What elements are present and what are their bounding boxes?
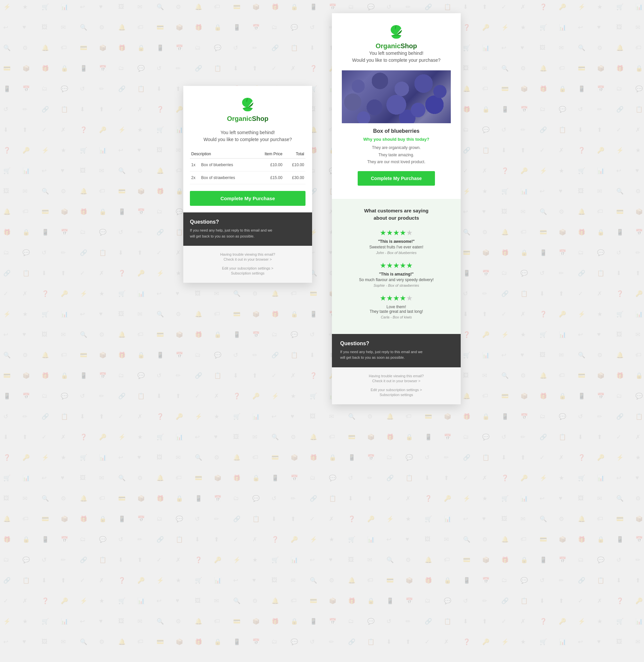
- why-buy-point: They taste amazing.: [342, 152, 451, 159]
- review-stars: ★★★★★: [342, 229, 451, 237]
- left-email-headline: You left something behind! Would you lik…: [190, 129, 305, 143]
- right-footer-dark: Questions? If you need any help, just re…: [332, 334, 461, 367]
- star-filled-icon: ★: [393, 294, 399, 302]
- left-table-header-description: Description: [190, 150, 254, 159]
- star-filled-icon: ★: [399, 294, 406, 302]
- reviews-title-line2: about our products: [373, 215, 419, 221]
- right-why-buy-text: They are organically grown.They taste am…: [342, 144, 451, 166]
- review-detail: So much flavour and very speedy delivery…: [342, 277, 451, 282]
- left-footer-light: Having trouble viewing this email? Check…: [183, 246, 312, 283]
- right-footer-text-line2: will get back to you as soon as possible…: [340, 356, 405, 359]
- right-email-card: OrganicShop You left something behind! W…: [332, 13, 461, 404]
- star-filled-icon: ★: [399, 229, 406, 237]
- left-logo-organic: Organic: [227, 115, 252, 122]
- right-trouble-line2[interactable]: Check it out in your browser >: [339, 379, 454, 383]
- left-table-header-price: Item Price: [254, 150, 284, 159]
- table-row: 2x Box of strawberries £15.00 £30.00: [190, 172, 305, 184]
- left-trouble-line2[interactable]: Check it out in your browser >: [190, 257, 305, 261]
- left-logo-text: OrganicShop: [190, 115, 305, 122]
- left-trouble-line1: Having trouble viewing this email?: [190, 252, 305, 256]
- item-name: Box of strawberries: [200, 172, 254, 184]
- left-cta-button[interactable]: Complete My Purchase: [190, 191, 305, 206]
- reviews-section: What customers are saying about our prod…: [332, 199, 461, 334]
- item-price: £15.00: [254, 172, 284, 184]
- left-headline-line2: Would you like to complete your purchase…: [190, 136, 305, 143]
- item-total: £30.00: [284, 172, 305, 184]
- page-wrapper: OrganicShop You left something behind! W…: [0, 0, 644, 417]
- review-detail: Sweetest fruits I've ever eaten!: [342, 245, 451, 249]
- review-stars: ★★★★★: [342, 294, 451, 303]
- review-item: ★★★★★ "This is awesome!" Sweetest fruits…: [342, 229, 451, 255]
- left-footer-text-line2: will get back to you as soon as possible…: [190, 234, 255, 238]
- right-footer-title: Questions?: [340, 341, 453, 346]
- left-subscription-line2[interactable]: Subscription settings: [190, 271, 305, 275]
- reviews-title-line1: What customers are saying: [364, 208, 428, 213]
- star-filled-icon: ★: [393, 229, 399, 237]
- right-subscription-line2[interactable]: Subscription settings: [339, 393, 454, 397]
- reviews-container: ★★★★★ "This is awesome!" Sweetest fruits…: [342, 229, 451, 319]
- review-author: John - Box of blueberries: [342, 251, 451, 255]
- left-headline-line1: You left something behind!: [190, 129, 305, 136]
- star-empty-icon: ★: [406, 294, 413, 302]
- review-quote: "This is amazing!": [342, 272, 451, 276]
- right-logo-shop: Shop: [400, 42, 417, 49]
- right-logo-organic: Organic: [375, 42, 400, 49]
- star-filled-icon: ★: [386, 294, 393, 302]
- star-filled-icon: ★: [380, 294, 386, 302]
- review-detail: Love them!They taste great and last long…: [342, 304, 451, 314]
- star-filled-icon: ★: [406, 261, 413, 270]
- right-product-name: Box of blueberries: [342, 128, 451, 134]
- item-price: £10.00: [254, 159, 284, 172]
- review-item: ★★★★★ "This is amazing!" So much flavour…: [342, 261, 451, 288]
- right-subscription-line1[interactable]: Edit your subscription settings >: [339, 388, 454, 392]
- left-items-table: Description Item Price Total 1x Box of b…: [190, 150, 305, 184]
- star-filled-icon: ★: [380, 261, 386, 270]
- blueberry-product-image: [342, 70, 451, 123]
- review-quote: "This is awesome!": [342, 239, 451, 244]
- reviews-title: What customers are saying about our prod…: [342, 207, 451, 222]
- right-footer-text: If you need any help, just reply to this…: [340, 349, 453, 361]
- right-headline-line2: Would you like to complete your purchase…: [342, 57, 451, 64]
- right-cta-button[interactable]: Complete My Purchase: [358, 171, 435, 186]
- star-filled-icon: ★: [393, 261, 399, 270]
- right-trouble-line1: Having trouble viewing this email?: [339, 374, 454, 378]
- review-author: Carla - Box of kiwis: [342, 315, 451, 319]
- star-filled-icon: ★: [386, 261, 393, 270]
- item-total: £10.00: [284, 159, 305, 172]
- left-subscription-line1[interactable]: Edit your subscription settings >: [190, 266, 305, 270]
- left-footer-text: If you need any help, just reply to this…: [190, 228, 305, 239]
- left-logo-icon: [239, 96, 256, 112]
- table-row: 1x Box of blueberries £10.00 £10.00: [190, 159, 305, 172]
- item-qty: 2x: [190, 172, 200, 184]
- item-qty: 1x: [190, 159, 200, 172]
- right-footer-text-line1: If you need any help, just reply to this…: [340, 350, 422, 354]
- left-email-card: OrganicShop You left something behind! W…: [183, 86, 312, 283]
- left-logo-shop: Shop: [252, 115, 269, 122]
- left-logo-section: OrganicShop: [190, 96, 305, 122]
- left-footer-title: Questions?: [190, 219, 305, 225]
- item-name: Box of blueberries: [200, 159, 254, 172]
- right-logo-section: OrganicShop: [342, 23, 451, 50]
- right-email-headline: You left something behind! Would you lik…: [342, 50, 451, 64]
- why-buy-point: They are our most loved product.: [342, 159, 451, 166]
- left-email-body: OrganicShop You left something behind! W…: [183, 86, 312, 212]
- why-buy-point: They are organically grown.: [342, 144, 451, 152]
- review-stars: ★★★★★: [342, 261, 451, 270]
- right-top-section: OrganicShop You left something behind! W…: [332, 13, 461, 199]
- right-logo-text: OrganicShop: [342, 42, 451, 50]
- left-footer-text-line1: If you need any help, just reply to this…: [190, 228, 272, 232]
- star-filled-icon: ★: [380, 229, 386, 237]
- right-logo-icon: [388, 23, 405, 40]
- right-why-buy-title: Why you should buy this today?: [342, 137, 451, 142]
- star-empty-icon: ★: [406, 229, 413, 237]
- left-footer-dark: Questions? If you need any help, just re…: [183, 212, 312, 246]
- right-headline-line1: You left something behind!: [342, 50, 451, 57]
- review-item: ★★★★★ Love them!They taste great and las…: [342, 294, 451, 319]
- star-filled-icon: ★: [399, 261, 406, 270]
- review-author: Sophie - Box of strawberries: [342, 283, 451, 288]
- left-table-header-total: Total: [284, 150, 305, 159]
- right-footer-light: Having trouble viewing this email? Check…: [332, 367, 461, 404]
- right-email-body: OrganicShop You left something behind! W…: [332, 13, 461, 334]
- star-filled-icon: ★: [386, 229, 393, 237]
